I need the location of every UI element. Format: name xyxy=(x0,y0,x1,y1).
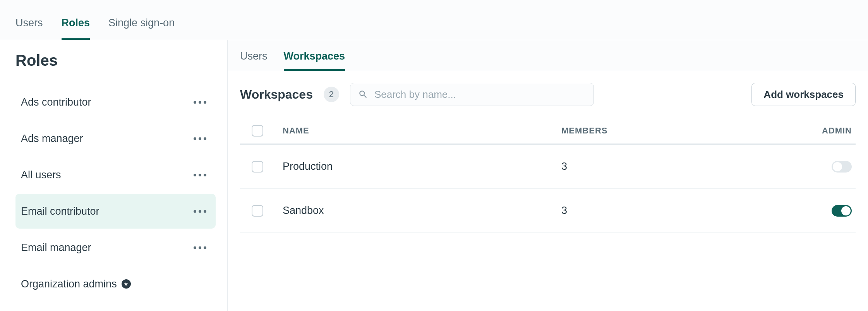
role-item-email-contributor[interactable]: Email contributor xyxy=(15,194,216,229)
search-icon xyxy=(358,89,368,99)
admin-toggle[interactable] xyxy=(832,205,852,217)
sub-tab-users[interactable]: Users xyxy=(240,50,268,71)
column-members: MEMBERS xyxy=(561,126,778,136)
toolbar-title: Workspaces xyxy=(240,87,313,102)
table-header: NAME MEMBERS ADMIN xyxy=(240,118,856,145)
role-label: Ads manager xyxy=(21,133,83,145)
column-name: NAME xyxy=(283,126,561,136)
more-icon[interactable] xyxy=(194,101,206,104)
top-tab-roles[interactable]: Roles xyxy=(62,17,90,40)
sub-tab-workspaces[interactable]: Workspaces xyxy=(284,50,345,71)
cell-name: Sandbox xyxy=(283,205,561,217)
role-label: Ads contributor xyxy=(21,96,91,108)
role-label: All users xyxy=(21,169,61,181)
role-label: Organization admins xyxy=(21,278,117,290)
star-icon: ★ xyxy=(122,279,131,289)
role-item-ads-manager[interactable]: Ads manager xyxy=(15,121,216,156)
role-label: Email manager xyxy=(21,242,91,254)
row-checkbox[interactable] xyxy=(252,205,263,217)
more-icon[interactable] xyxy=(194,246,206,249)
more-icon[interactable] xyxy=(194,174,206,176)
workspaces-toolbar: Workspaces 2 Add workspaces xyxy=(228,71,868,118)
role-item-all-users[interactable]: All users xyxy=(15,157,216,192)
admin-toggle[interactable] xyxy=(832,161,852,173)
content-area: Users Workspaces Workspaces 2 Add worksp… xyxy=(228,40,868,311)
role-label: Email contributor xyxy=(21,205,99,217)
workspaces-count-badge: 2 xyxy=(324,87,339,102)
add-workspaces-button[interactable]: Add workspaces xyxy=(751,83,856,106)
sub-tabs: Users Workspaces xyxy=(228,40,868,71)
cell-members: 3 xyxy=(561,205,778,217)
roles-sidebar: Roles Ads contributor Ads manager All us… xyxy=(0,40,228,311)
more-icon[interactable] xyxy=(194,210,206,213)
top-tabs: Users Roles Single sign-on xyxy=(0,0,868,40)
select-all-checkbox[interactable] xyxy=(252,125,263,137)
sidebar-title: Roles xyxy=(15,52,216,69)
cell-members: 3 xyxy=(561,161,778,173)
table-row: Production 3 xyxy=(240,145,856,189)
search-field[interactable] xyxy=(350,83,594,106)
column-admin: ADMIN xyxy=(778,126,856,136)
search-input[interactable] xyxy=(374,89,586,101)
role-item-ads-contributor[interactable]: Ads contributor xyxy=(15,85,216,120)
row-checkbox[interactable] xyxy=(252,161,263,173)
table-row: Sandbox 3 xyxy=(240,189,856,233)
workspaces-table: NAME MEMBERS ADMIN Production 3 Sandbox … xyxy=(228,118,868,233)
more-icon[interactable] xyxy=(194,137,206,140)
top-tab-sso[interactable]: Single sign-on xyxy=(108,17,175,40)
role-item-email-manager[interactable]: Email manager xyxy=(15,230,216,265)
top-tab-users[interactable]: Users xyxy=(15,17,43,40)
cell-name: Production xyxy=(283,161,561,173)
role-item-organization-admins[interactable]: Organization admins ★ xyxy=(15,267,216,301)
